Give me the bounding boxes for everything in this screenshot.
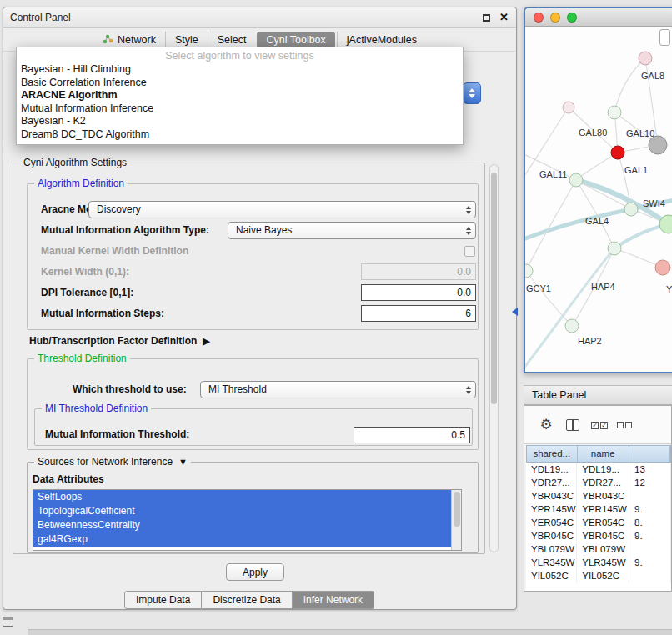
network-node[interactable]: [624, 202, 638, 216]
settings-scrollbar[interactable]: [489, 164, 499, 552]
gear-icon[interactable]: ⚙: [536, 415, 556, 435]
table-cell: YDR27...: [577, 476, 629, 489]
table-panel-title: Table Panel: [532, 389, 586, 401]
table-row[interactable]: YPR145WYPR145W9.: [526, 502, 671, 516]
column-header-2[interactable]: name: [578, 446, 629, 462]
bottom-tab-infer-network[interactable]: Infer Network: [293, 591, 374, 609]
bottom-divider: [28, 629, 672, 635]
dropdown-item-aracne-algorithm[interactable]: ARACNE Algorithm: [17, 89, 463, 102]
apply-button[interactable]: Apply: [226, 563, 284, 581]
bottom-tab-impute-data[interactable]: Impute Data: [124, 591, 202, 609]
tab-jactivemodules[interactable]: jActiveModules: [337, 32, 426, 48]
attribute-item-gal4rgexp[interactable]: gal4RGexp: [33, 532, 451, 547]
dropdown-item-mutual-information-inference[interactable]: Mutual Information Inference: [17, 102, 463, 116]
close-light[interactable]: [534, 12, 544, 22]
attribute-item-topologicalcoefficient[interactable]: TopologicalCoefficient: [33, 504, 451, 518]
table-header-row: shared...name: [526, 445, 671, 462]
aracne-mode-combo[interactable]: Discovery: [88, 201, 476, 218]
scrollbar-thumb[interactable]: [454, 492, 460, 527]
dropdown-item-bayesian-k2[interactable]: Bayesian - K2: [17, 115, 463, 128]
node-label: GAL8: [641, 71, 664, 81]
network-node[interactable]: [655, 260, 670, 275]
network-icon: [103, 34, 113, 47]
data-attributes-label: Data Attributes: [33, 471, 104, 488]
close-icon[interactable]: ✕: [499, 11, 509, 24]
select-all-icon[interactable]: ✓✓: [589, 415, 609, 435]
kernel-width-field[interactable]: [361, 263, 476, 280]
deselect-all-icon[interactable]: [614, 415, 634, 435]
control-panel-titlebar: Control Panel ✕: [3, 8, 516, 28]
network-node[interactable]: [525, 264, 533, 278]
table-row[interactable]: YBL079WYBL079W: [526, 542, 671, 556]
network-edge: [614, 58, 645, 112]
table-cell: YBL079W: [526, 542, 577, 556]
mi-threshold-field[interactable]: [354, 427, 470, 443]
which-threshold-combo[interactable]: MI Threshold: [200, 381, 476, 398]
columns-icon[interactable]: [563, 415, 583, 435]
network-view-window: GAL8GAL80GAL10GAL11GAL1SWI4GAL4GCY1HAP4Y…: [524, 7, 672, 373]
network-node[interactable]: [639, 52, 652, 65]
dpi-tolerance-field[interactable]: [361, 284, 476, 301]
table-cell: YDL19...: [526, 462, 577, 476]
network-node[interactable]: [569, 173, 583, 187]
tab-style[interactable]: Style: [165, 32, 208, 48]
table-cell: YER054C: [577, 516, 629, 529]
dropdown-item-bayesian-hill-climbing[interactable]: Bayesian - Hill Climbing: [17, 63, 463, 77]
table-row[interactable]: YDR27...YDR27...12: [526, 476, 671, 489]
table-row[interactable]: YER054CYER054C8.: [526, 516, 671, 529]
minimize-light[interactable]: [550, 12, 560, 22]
zoom-light[interactable]: [567, 12, 577, 22]
algorithm-definition-group: Algorithm Definition Aracne Mode: Discov…: [27, 183, 479, 330]
dropdown-item-dream8-dc-tdc-algorithm[interactable]: Dream8 DC_TDC Algorithm: [17, 128, 463, 142]
table-row[interactable]: YIL052CYIL052C: [526, 569, 671, 582]
cyni-algorithm-settings-group: Cyni Algorithm Settings Algorithm Defini…: [13, 162, 485, 554]
tab-cyni-toolbox[interactable]: Cyni Toolbox: [257, 32, 334, 48]
tab-label: Select: [218, 34, 247, 46]
canvas-scroll-button[interactable]: [659, 29, 670, 46]
mi-steps-field[interactable]: [361, 305, 476, 322]
table-row[interactable]: YDL19...YDL19...13: [526, 462, 671, 476]
table-cell: YIL052C: [526, 569, 577, 582]
mi-steps-label: Mutual Information Steps:: [41, 305, 164, 322]
node-label: GAL1: [624, 165, 648, 175]
attribute-item-betweennesscentrality[interactable]: BetweennessCentrality: [33, 518, 451, 532]
network-node[interactable]: [608, 106, 621, 119]
hub-factor-expander[interactable]: Hub/Transcription Factor Definition▶: [29, 335, 210, 347]
attribute-item-selfloops[interactable]: SelfLoops: [33, 490, 451, 504]
table-cell: 12: [629, 476, 671, 489]
table-row[interactable]: YBR045CYBR045C9.: [526, 529, 671, 542]
mi-algorithm-type-combo[interactable]: Naive Bayes: [228, 222, 476, 239]
column-header-1[interactable]: shared...: [527, 446, 578, 462]
hub-factor-label: Hub/Transcription Factor Definition: [29, 335, 197, 347]
down-arrow-icon: [469, 94, 475, 98]
dropdown-item-basic-correlation-inference[interactable]: Basic Correlation Inference: [17, 77, 463, 90]
column-header-3[interactable]: [629, 446, 670, 462]
float-window-icon[interactable]: [483, 14, 490, 22]
node-label: GAL80: [579, 128, 607, 138]
sources-title[interactable]: Sources for Network Inference▼: [34, 456, 191, 468]
network-canvas[interactable]: GAL8GAL80GAL10GAL11GAL1SWI4GAL4GCY1HAP4Y…: [525, 27, 672, 373]
table-row[interactable]: YBR043CYBR043C: [526, 489, 671, 502]
group-title: Cyni Algorithm Settings: [20, 157, 130, 168]
manual-kernel-checkbox[interactable]: [464, 246, 475, 257]
list-scrollbar[interactable]: [451, 490, 461, 550]
node-label: HAP2: [578, 336, 602, 346]
table-cell: YPR145W: [577, 502, 629, 516]
network-node[interactable]: [649, 136, 667, 154]
table-row[interactable]: YLR345WYLR345W9.: [526, 556, 671, 569]
sources-group: Sources for Network Inference▼ Data Attr…: [27, 462, 479, 553]
taskbar-window-icon[interactable]: [3, 617, 13, 627]
bottom-tab-discretize-data[interactable]: Discretize Data: [202, 591, 292, 609]
network-node[interactable]: [563, 102, 574, 113]
scrollbar-thumb[interactable]: [491, 172, 497, 404]
up-arrow-icon: [469, 88, 475, 92]
panel-splitter-arrow-icon[interactable]: [512, 308, 518, 316]
dropdown-placeholder: Select algorithm to view settings: [17, 49, 463, 63]
tab-select[interactable]: Select: [208, 32, 256, 48]
node-label: GAL10: [626, 128, 654, 138]
network-node[interactable]: [608, 242, 621, 255]
table-cell: 8.: [629, 516, 671, 529]
network-node[interactable]: [565, 319, 579, 332]
network-node[interactable]: [611, 146, 624, 159]
algorithm-combo-stepper-icon[interactable]: [463, 82, 481, 104]
